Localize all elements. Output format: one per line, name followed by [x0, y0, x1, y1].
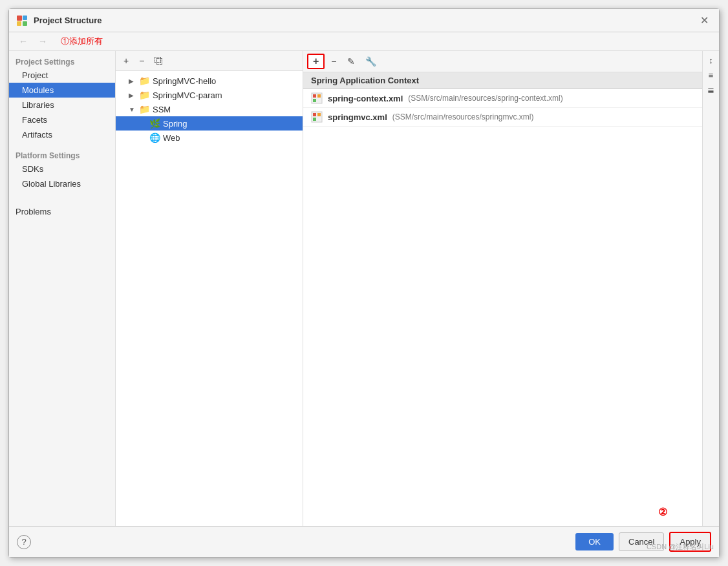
sdks-label: SDKs	[22, 164, 43, 174]
detail-content: Spring Application Context spring-contex…	[303, 72, 702, 526]
tree-content: ▶ 📁 SpringMVC-hello ▶ 📁 SpringMVC-param …	[116, 71, 303, 526]
module-folder-icon: 📁	[139, 76, 150, 86]
module-folder-icon: 📁	[139, 90, 150, 100]
svg-rect-11	[313, 118, 316, 121]
bottom-left: ?	[17, 535, 31, 549]
sort-button[interactable]: ↕	[704, 54, 718, 67]
svg-rect-0	[17, 16, 22, 21]
tree-node-web[interactable]: 🌐 Web	[116, 131, 303, 145]
detail-edit-button[interactable]: ✎	[343, 54, 359, 68]
annotation-2: ②	[658, 506, 667, 518]
back-button[interactable]: ←	[16, 35, 31, 48]
module-folder-icon: 📁	[139, 104, 150, 114]
detail-header: Spring Application Context	[303, 72, 702, 89]
svg-rect-6	[317, 94, 321, 98]
tree-remove-button[interactable]: −	[135, 54, 148, 68]
forward-button[interactable]: →	[35, 35, 50, 48]
tree-toolbar: + − ⿻	[116, 51, 303, 71]
svg-rect-9	[313, 113, 316, 116]
facets-label: Facets	[22, 115, 47, 125]
modules-label: Modules	[22, 85, 54, 95]
sidebar-item-global-libraries[interactable]: Global Libraries	[9, 176, 115, 191]
detail-item-spring-context: spring-context.xml (SSM/src/main/resourc…	[303, 89, 702, 108]
svg-rect-7	[313, 99, 316, 102]
ok-button[interactable]: OK	[575, 533, 614, 550]
svg-rect-10	[317, 113, 321, 116]
node-label: Web	[163, 133, 180, 143]
svg-rect-5	[313, 94, 316, 98]
detail-toolbar: + − ✎ 🔧	[303, 51, 702, 72]
platform-settings-label: Platform Settings	[9, 147, 115, 162]
main-content: Project Settings Project Modules Librari…	[9, 51, 719, 526]
tree-node-springmvc-param[interactable]: ▶ 📁 SpringMVC-param	[116, 88, 303, 102]
title-bar-left: Project Structure	[16, 14, 102, 27]
detail-panel: + − ✎ 🔧 Spring Application Context	[303, 51, 702, 526]
tree-copy-button[interactable]: ⿻	[151, 54, 167, 68]
sidebar-item-project[interactable]: Project	[9, 68, 115, 83]
web-icon: 🌐	[149, 132, 160, 143]
more-button[interactable]: ≣	[704, 83, 718, 97]
node-label: Spring	[163, 119, 187, 129]
spring-context-path: (SSM/src/main/resources/spring-context.x…	[408, 94, 562, 103]
detail-remove-button[interactable]: −	[327, 54, 340, 68]
sidebar-item-facets[interactable]: Facets	[9, 112, 115, 127]
expand-icon: ▶	[129, 92, 136, 99]
tree-node-spring[interactable]: 🌿 Spring	[116, 116, 303, 131]
spring-file-icon	[311, 92, 323, 104]
detail-item-springmvc: springmvc.xml (SSM/src/main/resources/sp…	[303, 108, 702, 127]
detail-add-button[interactable]: +	[307, 54, 325, 69]
svg-rect-2	[17, 21, 21, 26]
svg-rect-3	[23, 21, 27, 26]
tree-node-ssm[interactable]: ▼ 📁 SSM	[116, 102, 303, 116]
project-label: Project	[22, 70, 48, 80]
nav-bar: ← → ①添加所有	[9, 32, 719, 51]
filter-button[interactable]: ≡	[704, 68, 718, 82]
sidebar-item-libraries[interactable]: Libraries	[9, 98, 115, 112]
annotation-add-all: ①添加所有	[61, 36, 103, 47]
help-button[interactable]: ?	[17, 535, 31, 549]
spring-icon: 🌿	[149, 118, 160, 129]
dialog-title: Project Structure	[34, 16, 102, 25]
problems-label: Problems	[16, 207, 51, 216]
sidebar-item-modules[interactable]: Modules	[9, 83, 115, 98]
spring-context-name: spring-context.xml	[328, 94, 403, 103]
libraries-label: Libraries	[22, 100, 54, 110]
close-button[interactable]: ✕	[696, 13, 712, 28]
node-label: SpringMVC-param	[153, 90, 222, 100]
tree-add-button[interactable]: +	[120, 54, 133, 68]
project-settings-label: Project Settings	[9, 54, 115, 68]
node-label: SpringMVC-hello	[153, 76, 216, 86]
artifacts-label: Artifacts	[22, 130, 52, 140]
tree-panel: + − ⿻ ▶ 📁 SpringMVC-hello ▶ 📁 SpringMVC-…	[116, 51, 303, 526]
detail-settings-button[interactable]: 🔧	[361, 54, 380, 68]
title-bar: Project Structure ✕	[9, 9, 719, 32]
bottom-bar: ? ② OK Cancel Apply	[9, 526, 719, 557]
expand-icon: ▶	[129, 78, 136, 85]
watermark: CSDN @注释名叫Liu	[647, 542, 714, 552]
right-toolbar: ↕ ≡ ≣	[702, 51, 719, 526]
project-structure-dialog: Project Structure ✕ ← → ①添加所有 Project Se…	[8, 8, 720, 558]
springmvc-name: springmvc.xml	[328, 112, 387, 122]
node-label: SSM	[153, 105, 171, 114]
app-icon	[16, 14, 28, 27]
sidebar-item-sdks[interactable]: SDKs	[9, 162, 115, 176]
tree-node-springmvc-hello[interactable]: ▶ 📁 SpringMVC-hello	[116, 74, 303, 88]
svg-rect-1	[23, 16, 27, 20]
expand-icon: ▼	[129, 106, 136, 113]
global-libraries-label: Global Libraries	[22, 179, 81, 189]
sidebar-item-problems[interactable]: Problems	[9, 204, 115, 219]
sidebar-item-artifacts[interactable]: Artifacts	[9, 127, 115, 142]
springmvc-path: (SSM/src/main/resources/springmvc.xml)	[392, 112, 534, 121]
spring-file-icon-2	[311, 111, 323, 123]
sidebar: Project Settings Project Modules Librari…	[9, 51, 116, 526]
